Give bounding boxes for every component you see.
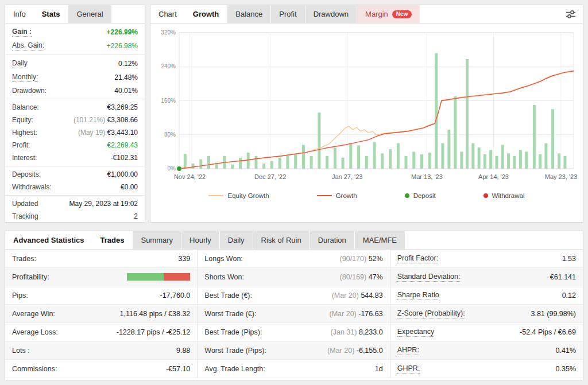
y-axis-label: 320% bbox=[161, 29, 176, 36]
stat-cell-value-main: 544.83 bbox=[361, 291, 382, 300]
tab-label: Stats bbox=[42, 10, 60, 18]
stat-cell-label: Avg. Trade Length: bbox=[204, 365, 265, 373]
volume-bar bbox=[278, 158, 281, 169]
tab-summary[interactable]: Summary bbox=[132, 231, 181, 249]
tab-label: Profit bbox=[279, 10, 296, 18]
stat-cell-label: Lots : bbox=[12, 347, 30, 355]
stat-label: Balance: bbox=[12, 103, 39, 111]
stat-value: €3,269.25 bbox=[107, 103, 138, 111]
tab-label: MAE/MFE bbox=[363, 236, 397, 244]
profitability-bar bbox=[127, 273, 190, 281]
stat-cell-value-main: -52.4 Pips / €6.69 bbox=[520, 328, 576, 336]
volume-bar bbox=[489, 150, 492, 169]
account-stats-page: InfoStatsGeneral Gain :+226.99%Abs. Gain… bbox=[0, 0, 588, 385]
y-axis-label: 160% bbox=[161, 98, 176, 104]
stat-cell-value: (Jan 31) 8,233.0 bbox=[331, 328, 383, 336]
stat-label: Updated bbox=[12, 200, 38, 208]
stat-value-main: 0.12% bbox=[118, 60, 138, 68]
volume-bar bbox=[239, 158, 242, 169]
profitability-bar-green bbox=[127, 273, 164, 281]
tab-info[interactable]: Info bbox=[5, 5, 34, 23]
stat-cell-value: (Mar 20) -176.63 bbox=[330, 310, 383, 318]
stat-cell-value: 1d bbox=[375, 365, 383, 373]
stat-value-main: 40.01% bbox=[114, 87, 138, 95]
stat-cell-value-main: €61.141 bbox=[550, 273, 576, 281]
stat-cell-lots: Lots :9.88 bbox=[5, 341, 198, 360]
stat-value: €1,000.00 bbox=[107, 170, 138, 178]
left-tabbar: InfoStatsGeneral bbox=[5, 5, 145, 24]
tab-profit[interactable]: Profit bbox=[270, 5, 304, 23]
tab-margin[interactable]: MarginNew bbox=[357, 5, 420, 23]
volume-bar bbox=[231, 165, 234, 169]
volume-bar bbox=[507, 153, 510, 169]
volume-bar bbox=[441, 143, 444, 169]
volume-bar bbox=[326, 156, 328, 169]
stat-value: €2,269.43 bbox=[107, 141, 138, 149]
stat-cell-best-trade-pips: Best Trade (Pips):(Jan 31) 8,233.0 bbox=[198, 323, 390, 341]
tab-stats[interactable]: Stats bbox=[34, 5, 68, 23]
stat-cell-value: -1228.17 pips / -€25.12 bbox=[117, 328, 191, 336]
stat-cell-label: Best Trade (Pips): bbox=[204, 328, 262, 336]
stat-row: UpdatedMay 29, 2023 at 19:02 bbox=[5, 197, 145, 210]
volume-bar bbox=[405, 156, 408, 169]
chart-settings-button[interactable] bbox=[559, 5, 583, 23]
tab-hourly[interactable]: Hourly bbox=[181, 231, 219, 249]
volume-bar bbox=[389, 149, 392, 169]
stat-row: Highest:(May 19) €3,443.10 bbox=[5, 126, 145, 139]
volume-bar bbox=[420, 154, 423, 169]
stat-cell-value: 3.81 (99.98%) bbox=[531, 310, 576, 318]
stat-cell-value: (Mar 20) -6,155.0 bbox=[327, 347, 383, 355]
stat-cell-value-main: -176.63 bbox=[358, 310, 382, 318]
y-axis-label: 0% bbox=[168, 165, 176, 172]
tab-trades[interactable]: Trades bbox=[92, 231, 133, 249]
tab-advanced-statistics[interactable]: Advanced Statistics bbox=[5, 231, 92, 249]
tab-daily[interactable]: Daily bbox=[219, 231, 253, 249]
tab-chart[interactable]: Chart bbox=[150, 5, 185, 23]
chart-area: 0%80%160%240%320%Nov 24, '22Dec 27, '22J… bbox=[150, 24, 583, 199]
tab-balance[interactable]: Balance bbox=[227, 5, 270, 23]
tab-duration[interactable]: Duration bbox=[310, 231, 354, 249]
equity-growth-line bbox=[179, 71, 574, 169]
stat-value: (101.21%) €3,308.66 bbox=[74, 116, 138, 124]
stat-cell-value: 1,116.48 pips / €38.32 bbox=[120, 310, 191, 318]
tab-risk-of-ruin[interactable]: Risk of Ruin bbox=[253, 231, 310, 249]
stat-cell-value: 0.12 bbox=[562, 291, 576, 300]
legend-label: Growth bbox=[336, 192, 357, 199]
stat-value: +226.98% bbox=[107, 42, 138, 50]
legend-dot-swatch bbox=[405, 193, 409, 198]
tab-label: Growth bbox=[193, 10, 219, 18]
stat-cell-worst-trade: Worst Trade (€):(Mar 20) -176.63 bbox=[198, 305, 390, 323]
stat-label: Monthly: bbox=[12, 73, 38, 82]
tab-drawdown[interactable]: Drawdown bbox=[305, 5, 357, 23]
volume-bar bbox=[349, 143, 352, 169]
tab-label: General bbox=[76, 10, 103, 18]
tab-growth[interactable]: Growth bbox=[185, 5, 227, 23]
stat-cell-label: Longs Won: bbox=[204, 255, 242, 263]
tab-label: Balance bbox=[235, 10, 262, 18]
x-axis-label: Apr 14, '23 bbox=[478, 173, 509, 180]
x-axis-label: Jan 27, '23 bbox=[332, 173, 362, 180]
tab-general[interactable]: General bbox=[68, 5, 111, 23]
stat-label: Abs. Gain: bbox=[12, 41, 44, 50]
stat-group: Gain :+226.99%Abs. Gain:+226.98% bbox=[5, 24, 145, 55]
tab-label: Summary bbox=[141, 236, 173, 244]
stat-label: Tracking bbox=[12, 212, 38, 220]
volume-bar bbox=[255, 156, 258, 169]
stat-row: Equity:(101.21%) €3,308.66 bbox=[5, 114, 145, 126]
stat-value-prefix: (May 19) bbox=[78, 129, 105, 137]
y-axis-label: 80% bbox=[164, 131, 176, 138]
x-axis-label: Mar 13, '23 bbox=[411, 173, 443, 180]
stat-value-main: €0.00 bbox=[121, 183, 138, 191]
stat-row: Tracking2 bbox=[5, 210, 145, 223]
chart-legend: Equity GrowthGrowthDepositWithdrawal bbox=[156, 184, 577, 199]
stat-label: Daily bbox=[12, 59, 28, 68]
volume-bar bbox=[551, 109, 554, 169]
stat-cell-value-main: 0.12 bbox=[562, 291, 576, 300]
stat-cell-average-win: Average Win:1,116.48 pips / €38.32 bbox=[5, 305, 198, 323]
volume-bar bbox=[478, 147, 481, 169]
stat-value: -€102.31 bbox=[111, 154, 138, 162]
stat-row: Profit:€2,269.43 bbox=[5, 139, 145, 151]
tab-label: Risk of Ruin bbox=[261, 236, 301, 244]
tab-mae-mfe[interactable]: MAE/MFE bbox=[354, 231, 405, 249]
stat-value-main: +226.99% bbox=[107, 28, 138, 36]
